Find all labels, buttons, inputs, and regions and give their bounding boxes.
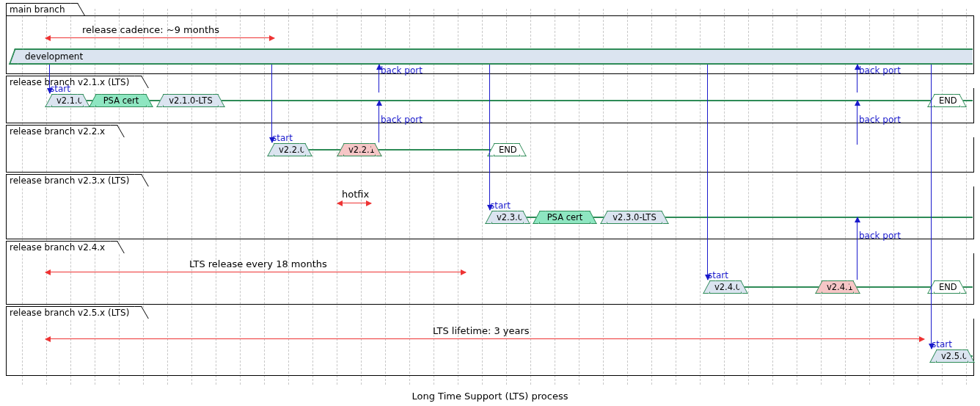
start-label: start: [272, 133, 293, 143]
start-arrow-25: [931, 65, 932, 349]
backport-label: back port: [859, 115, 901, 125]
start-arrow-24: [707, 65, 708, 280]
lts-interval-label: LTS release every 18 months: [189, 258, 327, 269]
tag-v240: v2.4.0: [709, 280, 742, 294]
tag-end-22: END: [494, 143, 520, 156]
lane-label: release branch v2.5.x (LTS): [10, 308, 129, 318]
lane-label: main branch: [10, 4, 65, 15]
backport-label: back port: [859, 65, 901, 76]
development-label: development: [25, 51, 83, 62]
lts-interval-span: [45, 272, 466, 272]
start-arrow-22: [271, 65, 272, 142]
lane-tab-24: release branch v2.4.x: [6, 241, 111, 253]
hotfix-label: hotfix: [342, 189, 369, 200]
backport-22-to-21: [379, 101, 379, 142]
backport-label: back port: [859, 231, 901, 241]
diagram-caption: Long Time Support (LTS) process: [0, 391, 980, 402]
lane-label: release branch v2.3.x (LTS): [10, 175, 129, 186]
branch-line-22: [274, 149, 519, 151]
backport-24-to-main: [857, 65, 858, 93]
development-band: development: [18, 48, 973, 65]
tag-v210lts: v2.1.0-LTS: [163, 94, 219, 107]
tag-v221-hotfix: v2.2.1: [343, 143, 376, 156]
start-label: start: [932, 339, 952, 349]
cadence-label: release cadence: ~9 months: [82, 24, 219, 35]
start-label: start: [50, 84, 70, 94]
lts-process-diagram: main branch release cadence: ~9 months d…: [0, 0, 980, 406]
tag-v220: v2.2.0: [274, 143, 306, 156]
tag-v250: v2.5.0: [936, 349, 968, 363]
lane-tab-21: release branch v2.1.x (LTS): [6, 76, 135, 88]
tag-end-24: END: [934, 280, 960, 294]
lts-lifetime-label: LTS lifetime: 3 years: [433, 325, 530, 336]
backport-24-to-23: [857, 217, 858, 280]
cadence-span: [45, 37, 274, 38]
tag-v241-hotfix: v2.4.1: [822, 280, 854, 294]
backport-24-to-21: [857, 101, 858, 145]
lane-tab-main: main branch: [6, 3, 71, 15]
lane-tab-23: release branch v2.3.x (LTS): [6, 174, 135, 186]
backport-label: back port: [381, 115, 423, 125]
start-arrow-23: [489, 65, 490, 210]
tag-psacert-2: PSA cert: [539, 211, 590, 224]
tag-v230: v2.3.0: [491, 211, 524, 224]
lts-lifetime-span: [45, 338, 924, 339]
hotfix-span: [337, 203, 371, 203]
backport-label: back port: [381, 65, 423, 76]
tag-end-21: END: [934, 94, 960, 107]
start-label: start: [708, 270, 728, 280]
tag-v210: v2.1.0: [51, 94, 84, 107]
lane-label: release branch v2.2.x: [10, 126, 105, 137]
lane-tab-22: release branch v2.2.x: [6, 125, 111, 137]
tag-v230lts: v2.3.0-LTS: [607, 211, 662, 224]
backport-22-to-main: [379, 65, 379, 93]
start-label: start: [490, 200, 511, 211]
tag-psacert-1: PSA cert: [95, 94, 147, 107]
lane-tab-25: release branch v2.5.x (LTS): [6, 306, 135, 319]
lane-label: release branch v2.4.x: [10, 242, 105, 253]
